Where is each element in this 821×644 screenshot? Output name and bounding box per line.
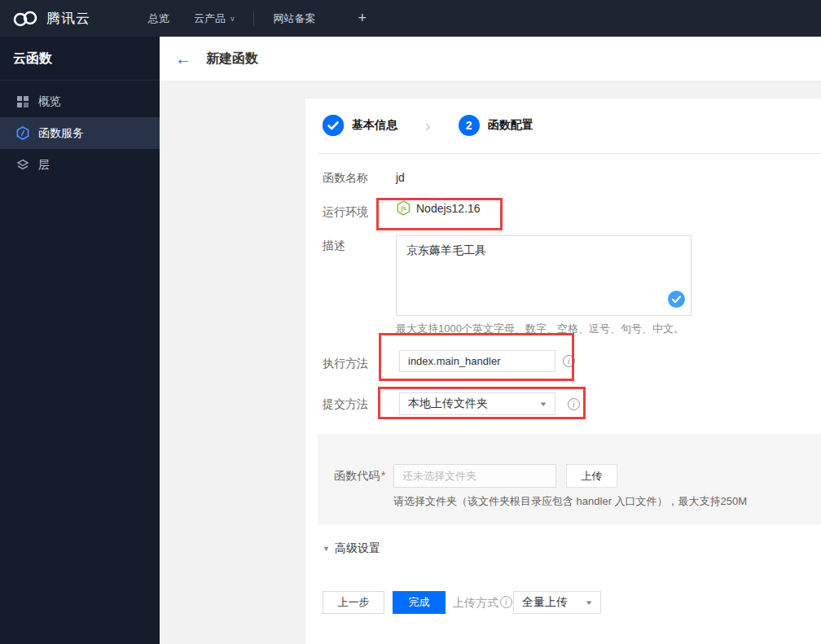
handler-info-icon[interactable]: i	[563, 355, 575, 367]
submit-method-select[interactable]: 本地上传文件夹 ▼	[399, 392, 555, 415]
function-name-value: jd	[396, 171, 405, 184]
previous-step-button[interactable]: 上一步	[323, 591, 384, 614]
sidebar-item-label: 概览	[38, 94, 61, 109]
nodejs-icon: js	[397, 200, 410, 216]
select-caret-icon: ▼	[584, 599, 593, 607]
function-code-label: 函数代码*	[334, 469, 385, 484]
brand[interactable]: 腾讯云	[0, 9, 148, 28]
upload-button[interactable]: 上传	[566, 464, 617, 488]
brand-name: 腾讯云	[46, 9, 90, 28]
submit-method-info-icon[interactable]: i	[568, 398, 580, 410]
advanced-settings-toggle[interactable]: ▼ 高级设置	[323, 541, 380, 556]
steps-divider	[318, 153, 821, 154]
nav-item-products[interactable]: 云产品 ∨	[194, 11, 235, 26]
top-nav-items: 总览 云产品 ∨ 网站备案 +	[148, 10, 367, 27]
main-header: ← 新建函数	[160, 37, 821, 81]
sidebar-item-label: 函数服务	[38, 126, 84, 141]
step2-label: 函数配置	[488, 118, 533, 133]
description-hint: 最大支持1000个英文字母、数字、空格、逗号、句号、中文。	[396, 322, 684, 336]
page-title: 新建函数	[206, 50, 258, 68]
step-chevron-icon: ›	[425, 117, 431, 134]
step1-label: 基本信息	[352, 118, 397, 133]
runtime-value: js Nodejs12.16	[397, 200, 481, 216]
description-field-wrap: 京东薅羊毛工具	[396, 235, 691, 316]
sidebar-items: 概览 函数服务 层	[0, 81, 160, 181]
runtime-label: 运行环境	[323, 205, 368, 220]
top-nav: 腾讯云 总览 云产品 ∨ 网站备案 +	[0, 0, 821, 37]
function-name-label: 函数名称	[323, 171, 368, 186]
function-code-helper: 请选择文件夹（该文件夹根目录应包含 handler 入口文件），最大支持250M	[393, 494, 747, 509]
add-tab-icon[interactable]: +	[358, 10, 367, 27]
chevron-down-icon: ∨	[230, 15, 235, 23]
content-area: 基本信息 › 2 函数配置 函数名称 jd 运行环境 js Nodejs12.1…	[160, 81, 821, 644]
description-textarea[interactable]: 京东薅羊毛工具	[396, 235, 691, 316]
wizard-footer: 上一步 完成 上传方式 i 全量上传 ▼	[305, 591, 821, 614]
nav-divider	[253, 11, 254, 26]
layers-icon	[16, 159, 29, 172]
handler-input[interactable]	[399, 350, 555, 372]
function-code-section: 函数代码* 上传 请选择文件夹（该文件夹根目录应包含 handler 入口文件）…	[318, 434, 821, 525]
create-function-page: 腾讯云 总览 云产品 ∨ 网站备案 + 云函数	[0, 0, 821, 644]
submit-method-label: 提交方法	[323, 397, 368, 412]
wizard-card: 基本信息 › 2 函数配置 函数名称 jd 运行环境 js Nodejs12.1…	[305, 99, 821, 644]
svg-text:js: js	[400, 204, 406, 212]
triangle-down-icon: ▼	[323, 545, 330, 553]
sidebar-item-overview[interactable]: 概览	[0, 85, 160, 117]
upload-mode-label: 上传方式	[453, 596, 498, 611]
upload-mode-select[interactable]: 全量上传 ▼	[513, 591, 601, 614]
folder-path-input[interactable]	[393, 464, 556, 488]
sidebar-title: 云函数	[0, 37, 160, 81]
grid-icon	[16, 95, 29, 108]
upload-mode-value: 全量上传	[522, 595, 568, 610]
back-button[interactable]: ←	[175, 50, 191, 67]
tencent-cloud-logo-icon	[11, 9, 39, 28]
nav-item-overview[interactable]: 总览	[148, 11, 169, 26]
nav-item-beian[interactable]: 网站备案	[274, 11, 316, 26]
nav-item-products-label: 云产品	[194, 11, 226, 26]
sidebar-item-function-service[interactable]: 函数服务	[0, 117, 160, 149]
runtime-text: Nodejs12.16	[416, 202, 481, 215]
handler-label: 执行方法	[323, 357, 368, 371]
step1-done-check-icon	[323, 115, 344, 136]
scf-hexagon-icon	[16, 127, 29, 140]
description-label: 描述	[323, 239, 345, 253]
select-caret-icon: ▼	[538, 401, 547, 408]
finish-button[interactable]: 完成	[393, 591, 446, 614]
advanced-settings-label: 高级设置	[335, 541, 380, 556]
sidebar-item-layers[interactable]: 层	[0, 149, 160, 181]
required-asterisk: *	[381, 469, 385, 482]
sidebar-item-label: 层	[38, 158, 50, 173]
step2-number-badge: 2	[459, 115, 480, 136]
upload-mode-info-icon[interactable]: i	[500, 596, 512, 608]
valid-check-icon	[668, 291, 685, 311]
step-indicator: 基本信息 › 2 函数配置	[323, 115, 533, 136]
sidebar: 云函数 概览	[0, 37, 160, 644]
submit-method-value: 本地上传文件夹	[408, 396, 488, 411]
